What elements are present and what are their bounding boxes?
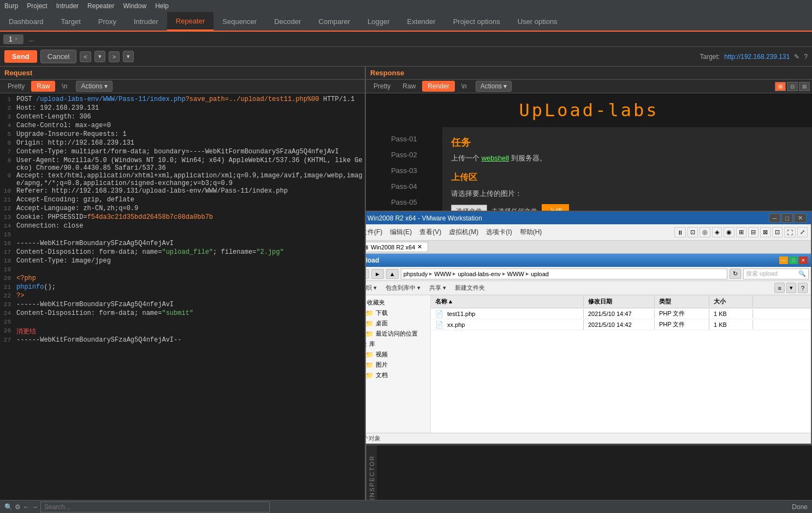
status-back-icon[interactable]: ← (23, 503, 29, 511)
status-settings-icon[interactable]: ⚙ (15, 503, 21, 511)
menu-help[interactable]: Help (155, 2, 169, 10)
request-tab-newline[interactable]: \n (56, 81, 73, 92)
vmware-tool-3[interactable]: ◈ (712, 227, 722, 237)
view-toggle-split-v[interactable]: ⊟ (787, 82, 798, 91)
fe-action-new-folder[interactable]: 新建文件夹 (453, 283, 487, 293)
fe-sidebar-favorites[interactable]: ★ 收藏夹 (366, 297, 428, 308)
fe-col-type[interactable]: 类型 (655, 296, 709, 307)
fe-refresh-btn[interactable]: ↻ (730, 269, 741, 279)
tab-comparer[interactable]: Comparer (310, 12, 359, 31)
tab-decoder[interactable]: Decoder (265, 12, 310, 31)
vmware-tool-2[interactable]: ◎ (700, 227, 710, 237)
nav-prev-dropdown[interactable]: ▾ (94, 51, 105, 62)
tab-intruder[interactable]: Intruder (125, 12, 167, 31)
pass-04[interactable]: Pass-04 (366, 179, 442, 194)
status-forward-icon[interactable]: → (32, 503, 38, 511)
fe-close-btn[interactable]: ✕ (799, 256, 808, 264)
vmware-menu-file[interactable]: 文件(F) (366, 226, 386, 238)
menu-burp[interactable]: Burp (4, 2, 18, 10)
cancel-button[interactable]: Cancel (40, 50, 76, 63)
table-row[interactable]: 📄 xx.php 2021/5/10 14:42 PHP 文件 1 KB (431, 319, 811, 330)
response-actions-button[interactable]: Actions ▾ (476, 81, 512, 92)
nav-prev-button[interactable]: < (80, 51, 91, 62)
fe-col-size[interactable]: 大小 (709, 296, 753, 307)
fe-sidebar-pictures[interactable]: 📁 图片 (366, 360, 428, 370)
fe-view-details-btn[interactable]: ▾ (786, 283, 796, 293)
vmware-tool-6[interactable]: ⊟ (748, 227, 758, 237)
fe-sidebar-downloads[interactable]: 📁 下载 (366, 308, 428, 318)
status-search-icon[interactable]: 🔍 (4, 503, 13, 511)
fe-minimize-btn[interactable]: ─ (779, 256, 788, 264)
response-tab-raw[interactable]: Raw (397, 81, 421, 92)
fe-view-list-btn[interactable]: ≡ (774, 283, 784, 293)
tab-target[interactable]: Target (52, 12, 90, 31)
webshell-link[interactable]: webshell (482, 154, 509, 162)
repeater-tab-more[interactable]: ... (26, 34, 38, 44)
fe-maximize-btn[interactable]: □ (789, 256, 798, 264)
vmware-tool-resize[interactable]: ⤢ (797, 227, 808, 237)
fe-help-btn[interactable]: ? (798, 283, 808, 293)
fe-sidebar-desktop[interactable]: 📁 桌面 (366, 318, 428, 329)
tab-dashboard[interactable]: Dashboard (0, 12, 52, 31)
vmware-tool-4[interactable]: ◉ (724, 227, 734, 237)
response-tab-newline[interactable]: \n (456, 81, 472, 92)
vmware-menu-tabs[interactable]: 选项卡(I) (483, 226, 515, 238)
fe-back-btn[interactable]: ◄ (366, 269, 369, 279)
table-row[interactable]: 📄 test11.php 2021/5/10 14:47 PHP 文件 1 KB (431, 308, 811, 319)
fe-up-btn[interactable]: ▲ (386, 269, 399, 279)
menu-window[interactable]: Window (123, 2, 146, 10)
fe-search-icon[interactable]: 🔍 (798, 270, 806, 277)
vmware-tool-8[interactable]: ⊡ (772, 227, 783, 237)
menu-project[interactable]: Project (27, 2, 47, 10)
fe-sidebar-documents[interactable]: 📁 文档 (366, 370, 428, 380)
pass-05[interactable]: Pass-05 (366, 195, 442, 210)
tab-logger[interactable]: Logger (359, 12, 398, 31)
repeater-tab-1-close[interactable]: × (15, 36, 18, 42)
nav-next-dropdown[interactable]: ▾ (123, 51, 134, 62)
status-search-input[interactable] (40, 502, 270, 512)
help-icon[interactable]: ? (804, 53, 808, 61)
edit-target-icon[interactable]: ✎ (794, 53, 799, 61)
response-tab-pretty[interactable]: Pretty (368, 81, 396, 92)
fe-action-include-library[interactable]: 包含到库中 ▾ (383, 283, 423, 293)
fe-sidebar-video[interactable]: 📁 视频 (366, 349, 428, 360)
menu-intruder[interactable]: Intruder (56, 2, 79, 10)
send-button[interactable]: Send (4, 50, 37, 63)
vmware-close[interactable]: ✕ (794, 213, 807, 223)
repeater-tab-1[interactable]: 1 × (3, 34, 23, 44)
response-tab-render[interactable]: Render (422, 81, 454, 92)
fe-sidebar-recent[interactable]: 📁 最近访问的位置 (366, 329, 428, 339)
fe-col-name[interactable]: 名称 ▴ (431, 296, 584, 307)
vmware-tool-fullscreen[interactable]: ⛶ (784, 227, 796, 237)
vmware-menu-vm[interactable]: 虚拟机(M) (446, 226, 482, 238)
vmware-maximize[interactable]: □ (781, 213, 793, 223)
fe-forward-btn[interactable]: ► (371, 269, 384, 279)
tab-proxy[interactable]: Proxy (90, 12, 125, 31)
menu-repeater[interactable]: Repeater (87, 2, 114, 10)
fe-path-bar[interactable]: phpstudy ▸ WWW ▸ upload-labs-env ▸ WWW ▸… (401, 269, 727, 279)
tab-extender[interactable]: Extender (399, 12, 444, 31)
vmware-tool-1[interactable]: ⊡ (687, 227, 698, 237)
view-toggle-split-h[interactable]: ⊞ (775, 82, 786, 91)
vmware-menu-help[interactable]: 帮助(H) (517, 226, 546, 238)
nav-next-button[interactable]: > (109, 51, 120, 62)
vmware-menu-edit[interactable]: 编辑(E) (387, 226, 415, 238)
vmware-tool-5[interactable]: ⊞ (736, 227, 746, 237)
view-toggle-single[interactable]: ⊠ (799, 82, 810, 91)
tab-repeater[interactable]: Repeater (167, 12, 214, 31)
request-actions-button[interactable]: Actions ▾ (76, 81, 112, 92)
vmware-minimize[interactable]: ─ (769, 213, 781, 223)
vmware-pause-btn[interactable]: ⏸ (674, 227, 686, 237)
fe-col-date[interactable]: 修改日期 (584, 296, 655, 307)
tab-user-options[interactable]: User options (509, 12, 566, 31)
vmware-menu-view[interactable]: 查看(V) (416, 226, 444, 238)
vmware-tool-7[interactable]: ⊠ (760, 227, 770, 237)
fe-action-organize[interactable]: 组织 ▾ (366, 283, 379, 293)
fe-search-box[interactable]: 搜索 upload 🔍 (743, 269, 809, 279)
fe-action-share[interactable]: 共享 ▾ (427, 283, 448, 293)
fe-sidebar-library[interactable]: 📚 库 (366, 339, 428, 349)
vm-tab-close[interactable]: ✕ (417, 243, 422, 250)
tab-project-options[interactable]: Project options (444, 12, 509, 31)
vm-tab-win2008[interactable]: 🖥 Win2008 R2 x64 ✕ (366, 242, 428, 252)
request-code-area[interactable]: 1 POST /upload-labs-env/WWW/Pass-11/inde… (0, 93, 365, 500)
